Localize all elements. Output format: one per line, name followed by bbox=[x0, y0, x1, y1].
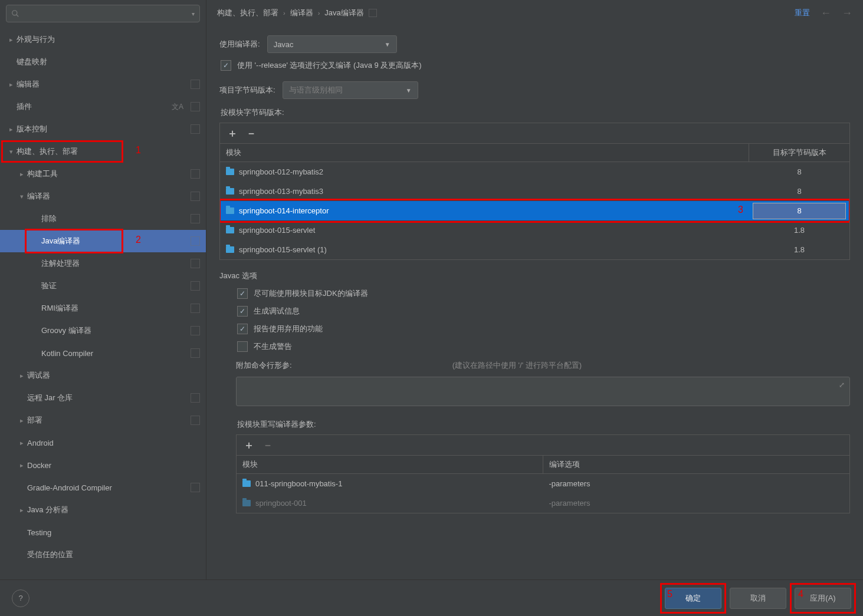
back-icon[interactable]: ← bbox=[821, 7, 831, 19]
sidebar-item-label: Docker bbox=[27, 461, 200, 470]
additional-cmd-label: 附加命令行形参: bbox=[236, 360, 292, 371]
add-button[interactable]: ＋ bbox=[227, 126, 238, 140]
breadcrumb-part[interactable]: 编译器 bbox=[290, 8, 313, 18]
sidebar-item[interactable]: ▸外观与行为 bbox=[0, 28, 206, 51]
override-params-label: 按模块重写编译器参数: bbox=[221, 419, 850, 430]
release-checkbox[interactable]: ✓ bbox=[221, 60, 231, 71]
remove-button[interactable]: － bbox=[246, 126, 257, 140]
scope-icon bbox=[191, 236, 200, 246]
sidebar-item-label: 键盘映射 bbox=[17, 57, 200, 67]
scope-icon bbox=[191, 169, 200, 179]
table-row[interactable]: springboot-014-interceptor83 bbox=[220, 201, 849, 220]
checkbox[interactable]: ✓ bbox=[237, 288, 248, 299]
expand-icon[interactable]: ⤢ bbox=[839, 381, 845, 389]
cancel-button[interactable]: 取消 bbox=[730, 588, 786, 609]
compiler-label: 使用编译器: bbox=[219, 39, 260, 50]
table-row[interactable]: springboot-015-servlet1.8 bbox=[220, 220, 849, 240]
folder-icon bbox=[226, 227, 234, 233]
scope-icon bbox=[191, 304, 200, 313]
remove-button[interactable]: － bbox=[262, 438, 273, 452]
sidebar-item[interactable]: ▸注解处理器 bbox=[0, 252, 206, 275]
dialog-footer: ? 5 确定 取消 4 应用(A) bbox=[0, 579, 863, 616]
module-bytecode-label: 按模块字节码版本: bbox=[221, 107, 850, 118]
sidebar-item[interactable]: ▸Kotlin Compiler bbox=[0, 342, 206, 364]
target-version[interactable]: 8 bbox=[749, 167, 849, 176]
sidebar-item[interactable]: ▸Docker bbox=[0, 454, 206, 476]
sidebar-item[interactable]: ▸RMI编译器 bbox=[0, 297, 206, 319]
target-version[interactable]: 8 bbox=[749, 202, 849, 220]
settings-tree[interactable]: ▸外观与行为▸键盘映射▸编辑器▸插件文A▸版本控制▾构建、执行、部署1▸构建工具… bbox=[0, 26, 206, 579]
checkbox-label: 不生成警告 bbox=[254, 341, 292, 352]
chevron-right-icon: ▸ bbox=[6, 81, 17, 88]
sidebar-item[interactable]: ▸插件文A bbox=[0, 95, 206, 118]
chevron-right-icon: ▸ bbox=[17, 506, 27, 514]
project-bytecode-select[interactable]: 与语言级别相同 ▼ bbox=[283, 81, 418, 99]
column-header-module: 模块 bbox=[220, 144, 749, 162]
chevron-down-icon: ▾ bbox=[17, 193, 27, 200]
breadcrumb: 构建、执行、部署 › 编译器 › Java编译器 重置 ← → bbox=[206, 0, 863, 26]
additional-cmd-hint: (建议在路径中使用 '/' 进行跨平台配置) bbox=[452, 360, 582, 371]
sidebar-item-label: Gradle-Android Compiler bbox=[27, 483, 187, 492]
table-row[interactable]: springboot-001-parameters bbox=[237, 493, 849, 513]
sidebar-item[interactable]: ▾构建、执行、部署1 bbox=[0, 140, 206, 163]
sidebar-item[interactable]: ▸编辑器 bbox=[0, 73, 206, 95]
chevron-down-icon: ▼ bbox=[385, 41, 391, 48]
add-button[interactable]: ＋ bbox=[244, 438, 254, 452]
reset-link[interactable]: 重置 bbox=[795, 8, 810, 18]
table-row[interactable]: springboot-012-mybatis28 bbox=[220, 162, 849, 182]
sidebar-item[interactable]: ▸远程 Jar 仓库 bbox=[0, 387, 206, 409]
module-name: springboot-015-servlet (1) bbox=[239, 245, 327, 254]
sidebar-item[interactable]: ▸Groovy 编译器 bbox=[0, 319, 206, 342]
breadcrumb-part[interactable]: 构建、执行、部署 bbox=[217, 8, 278, 18]
sidebar-item-label: 外观与行为 bbox=[17, 34, 200, 45]
sidebar-item-label: 版本控制 bbox=[17, 124, 187, 134]
chevron-right-icon: › bbox=[283, 9, 286, 17]
sidebar-item[interactable]: ▸排除 bbox=[0, 207, 206, 230]
target-version[interactable]: 8 bbox=[749, 187, 849, 196]
release-checkbox-label: 使用 '--release' 选项进行交叉编译 (Java 9 及更高版本) bbox=[237, 60, 422, 71]
sidebar-item[interactable]: ▸调试器 bbox=[0, 364, 206, 387]
module-name: 011-springboot-mybatis-1 bbox=[255, 479, 342, 488]
apply-button[interactable]: 应用(A) bbox=[795, 588, 851, 609]
help-button[interactable]: ? bbox=[12, 589, 29, 607]
module-name: springboot-015-servlet bbox=[239, 226, 315, 235]
target-version[interactable]: 1.8 bbox=[749, 226, 849, 235]
sidebar-item[interactable]: ▸Testing bbox=[0, 521, 206, 543]
breadcrumb-part: Java编译器 bbox=[324, 8, 363, 18]
sidebar-item[interactable]: ▸Java 分析器 bbox=[0, 499, 206, 521]
svg-line-1 bbox=[17, 15, 19, 17]
additional-cmd-input[interactable]: ⤢ bbox=[236, 377, 850, 406]
forward-icon[interactable]: → bbox=[842, 7, 852, 19]
search-input[interactable]: ▾ bbox=[6, 5, 200, 22]
table-row[interactable]: springboot-013-mybatis38 bbox=[220, 182, 849, 201]
sidebar-item[interactable]: ▸键盘映射 bbox=[0, 51, 206, 73]
chevron-right-icon: ▸ bbox=[6, 126, 17, 133]
sidebar-item[interactable]: ▸版本控制 bbox=[0, 118, 206, 140]
target-version[interactable]: 1.8 bbox=[749, 245, 849, 254]
ok-button[interactable]: 确定 bbox=[665, 588, 721, 609]
folder-icon bbox=[242, 500, 251, 506]
sidebar-item[interactable]: ▾编译器 bbox=[0, 185, 206, 207]
sidebar-item[interactable]: ▸构建工具 bbox=[0, 163, 206, 185]
javac-options-title: Javac 选项 bbox=[219, 271, 850, 281]
table-row[interactable]: springboot-015-servlet (1)1.8 bbox=[220, 240, 849, 259]
sidebar-item[interactable]: ▸验证 bbox=[0, 275, 206, 297]
sidebar-item[interactable]: ▸Gradle-Android Compiler bbox=[0, 476, 206, 499]
scope-icon bbox=[191, 80, 200, 89]
table-row[interactable]: 011-springboot-mybatis-1-parameters bbox=[237, 474, 849, 493]
checkbox[interactable]: ✓ bbox=[237, 306, 248, 317]
compile-option: -parameters bbox=[543, 479, 850, 488]
checkbox[interactable]: ✓ bbox=[237, 324, 248, 334]
sidebar-item[interactable]: ▸部署 bbox=[0, 409, 206, 431]
folder-icon bbox=[226, 188, 234, 195]
chevron-right-icon: ▸ bbox=[17, 170, 27, 178]
sidebar-item[interactable]: ▸Android bbox=[0, 431, 206, 454]
folder-icon bbox=[242, 480, 251, 487]
sidebar-item[interactable]: ▸Java编译器2 bbox=[0, 230, 206, 252]
scope-icon bbox=[191, 259, 200, 268]
scope-icon bbox=[191, 102, 200, 111]
sidebar-item-label: 受信任的位置 bbox=[27, 549, 200, 560]
sidebar-item[interactable]: ▸受信任的位置 bbox=[0, 543, 206, 566]
compiler-select[interactable]: Javac ▼ bbox=[267, 35, 397, 53]
checkbox[interactable]: ✓ bbox=[237, 341, 248, 352]
